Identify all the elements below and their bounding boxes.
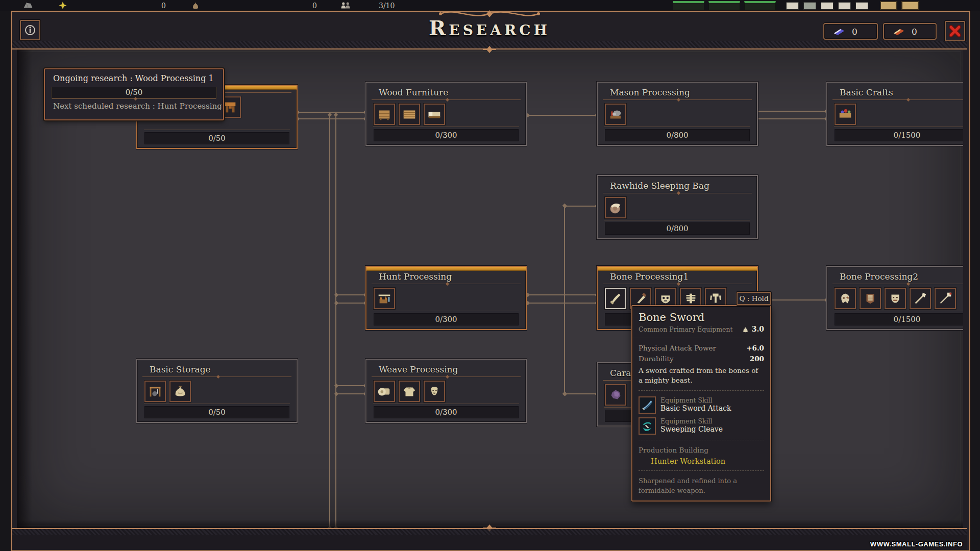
red-counter-value: 0 xyxy=(912,27,917,37)
item-name: Bone Sword xyxy=(639,311,764,323)
cutoff-icon[interactable] xyxy=(803,2,816,10)
research-points-red-counter: 0 xyxy=(883,23,937,40)
header-diamond-ornament xyxy=(482,45,497,54)
research-node-hunt-processing[interactable]: Hunt Processing0/300 xyxy=(365,266,527,330)
stone-icon xyxy=(22,1,34,10)
research-node-basic-crafts[interactable]: Basic Crafts0/1500 xyxy=(826,82,963,146)
research-node-bone-processing-2[interactable]: Bone Processing20/1500 xyxy=(826,266,963,330)
node-title: Wood Furniture xyxy=(379,87,526,97)
production-building-name: Hunter Workstation xyxy=(651,457,764,465)
node-title-divider xyxy=(142,374,291,379)
connector-line xyxy=(298,118,365,119)
cutoff-icon-tan[interactable] xyxy=(880,1,897,10)
node-title: Basic Crafts xyxy=(840,87,963,97)
research-node-mason-processing[interactable]: Mason Processing0/800 xyxy=(597,82,758,146)
item-weight: 3.0 xyxy=(752,325,764,333)
fabric-roll-icon[interactable] xyxy=(374,381,395,402)
panel-footer xyxy=(12,528,967,550)
cutoff-button-2[interactable] xyxy=(708,1,740,10)
bone-mask2-icon[interactable] xyxy=(885,288,906,309)
bone-helm-icon[interactable] xyxy=(835,288,856,309)
research-node-weave-processing[interactable]: Weave Processing0/300 xyxy=(365,359,527,423)
population-value: 3/10 xyxy=(379,1,395,10)
connector-line xyxy=(336,303,365,304)
info-button[interactable] xyxy=(20,20,40,40)
bone-spear-icon[interactable] xyxy=(910,288,931,309)
info-icon xyxy=(24,24,36,36)
connector-line xyxy=(329,115,330,528)
node-progress: 0/300 xyxy=(374,406,519,418)
connector-line xyxy=(336,393,365,394)
connector-line xyxy=(335,115,336,528)
stat-label: Durability xyxy=(639,354,750,364)
connector-line xyxy=(336,294,365,295)
connector-line xyxy=(564,206,565,394)
research-node-wood-furniture[interactable]: Wood Furniture0/300 xyxy=(365,82,527,146)
close-button[interactable] xyxy=(945,21,965,41)
mason-bench-icon[interactable] xyxy=(605,104,626,125)
skill-type: Equipment Skill xyxy=(660,417,723,425)
skill-name: Sweeping Cleave xyxy=(660,425,723,434)
node-title: Mason Processing xyxy=(610,87,757,97)
stat-row: Physical Attack Power +6.0 xyxy=(639,343,764,354)
research-tree-canvas[interactable]: 0/50Wood Furniture0/300Mason Processing0… xyxy=(17,49,963,528)
weapon-rack-icon[interactable] xyxy=(144,381,166,402)
bone-arrow-icon[interactable] xyxy=(935,288,956,309)
connector-line xyxy=(756,111,826,112)
node-progress: 0/300 xyxy=(374,129,519,141)
connector-line xyxy=(336,385,365,386)
node-title-divider xyxy=(603,282,752,286)
cutoff-icon[interactable] xyxy=(855,2,868,10)
cutoff-button-1[interactable] xyxy=(673,1,704,10)
storage-sack-icon[interactable] xyxy=(169,381,191,402)
node-title-divider xyxy=(603,191,752,195)
bone-sword-icon[interactable] xyxy=(605,288,626,309)
node-progress: 0/300 xyxy=(374,313,519,325)
hunt-bench-icon[interactable] xyxy=(374,288,395,309)
panel-header: Research 0 0 xyxy=(12,12,967,49)
tooltip-divider xyxy=(639,440,764,441)
craft-table-icon[interactable] xyxy=(835,104,856,125)
cloth-shirt-icon[interactable] xyxy=(399,381,420,402)
equipment-skill-row: Equipment Skill Basic Sword Attack xyxy=(639,396,764,414)
node-progress: 0/50 xyxy=(144,406,289,418)
plank-wall-icon[interactable] xyxy=(399,104,420,125)
cloth-mask-icon[interactable] xyxy=(424,381,445,402)
cutoff-icon[interactable] xyxy=(821,2,834,10)
connector-line xyxy=(565,393,597,394)
bed-icon[interactable] xyxy=(424,104,445,125)
node-title-divider xyxy=(372,282,521,286)
next-scheduled-research: Next scheduled research : Hunt Processin… xyxy=(53,102,223,111)
blue-book-icon xyxy=(832,27,846,36)
cutoff-icon-tan[interactable] xyxy=(901,1,919,10)
bone-armor-icon[interactable] xyxy=(860,288,881,309)
cutoff-icon[interactable] xyxy=(786,2,799,10)
research-node-rawhide-sleeping-bag[interactable]: Rawhide Sleeping Bag0/800 xyxy=(597,175,758,239)
connector-line xyxy=(756,118,826,119)
cutoff-icon[interactable] xyxy=(838,2,851,10)
node-title-divider xyxy=(832,97,963,102)
stat-row: Durability 200 xyxy=(639,354,764,364)
node-progress: 0/1500 xyxy=(835,313,963,325)
sleeping-bag-icon[interactable] xyxy=(605,197,626,218)
research-node-basic-storage[interactable]: Basic Storage0/50 xyxy=(136,359,298,423)
node-title: Rawhide Sleeping Bag xyxy=(610,181,757,191)
item-rarity: Common Primary Equipment xyxy=(639,325,742,333)
node-title-divider xyxy=(603,97,752,102)
stat-value: +6.0 xyxy=(746,343,764,354)
connector-line xyxy=(528,303,597,304)
node-title: Weave Processing xyxy=(379,364,526,374)
villagers-icon xyxy=(340,1,351,10)
star-icon xyxy=(57,1,68,10)
item-description: A sword crafted from the bones of a migh… xyxy=(639,366,764,385)
carapace-shell-icon[interactable] xyxy=(605,384,626,406)
tooltip-divider xyxy=(639,390,764,391)
weight-icon xyxy=(742,325,749,333)
dresser-icon[interactable] xyxy=(374,104,395,125)
cutoff-button-3[interactable] xyxy=(744,1,776,10)
connector-line xyxy=(565,206,597,207)
node-title-divider xyxy=(372,374,521,379)
node-title: Basic Storage xyxy=(150,364,297,374)
item-tooltip-body: Physical Attack Power +6.0 Durability 20… xyxy=(632,338,770,500)
node-progress: 0/50 xyxy=(144,132,289,144)
